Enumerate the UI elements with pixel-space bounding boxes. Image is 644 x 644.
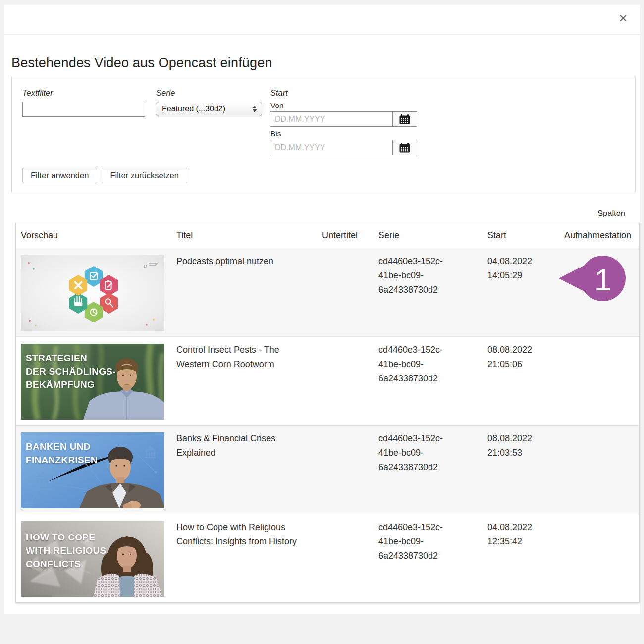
cell-untertitel [322, 426, 378, 514]
cell-aufnahmestation [549, 426, 639, 514]
pest-control-thumbnail[interactable]: STRATEGIEN DER SCHÄDLINGS- BEKÄMPFUNG [21, 344, 164, 420]
cell-start: 04.08.2022 12:35:42 [487, 514, 549, 602]
von-label: Von [270, 101, 284, 110]
reset-filter-button[interactable]: Filter zurücksetzen [102, 168, 187, 183]
cell-untertitel [322, 337, 378, 425]
cell-start: 08.08.2022 21:05:06 [487, 337, 549, 425]
header-vorschau: Vorschau [16, 230, 176, 241]
cell-titel: How to Cope with Religious Conflicts: In… [176, 514, 322, 602]
textfilter-label: Textfilter [22, 88, 53, 98]
date-from-input[interactable] [270, 112, 392, 126]
cell-titel: Banks & Financial Crises Explained [176, 426, 322, 514]
podcast-hexagons-thumbnail[interactable]: u [21, 255, 164, 331]
cell-aufnahmestation [549, 337, 639, 425]
thumbnail-caption: STRATEGIEN DER SCHÄDLINGS- BEKÄMPFUNG [26, 352, 116, 392]
header-untertitel: Untertitel [322, 230, 378, 241]
date-to-group [270, 140, 417, 155]
cell-untertitel [322, 248, 378, 336]
annotation-step-number: 1 [594, 263, 611, 297]
cell-serie: cd4460e3-152c-41be-bc09-6a24338730d2 [378, 514, 487, 602]
cell-serie: cd4460e3-152c-41be-bc09-6a24338730d2 [378, 337, 487, 425]
table-row[interactable]: HOW TO COPE WITH RELIGIOUS CONFLICTS How… [16, 514, 639, 602]
cell-serie: cd4460e3-152c-41be-bc09-6a24338730d2 [378, 426, 487, 514]
date-to-input[interactable] [270, 140, 392, 155]
cell-aufnahmestation [549, 514, 639, 602]
bis-label: Bis [270, 129, 281, 138]
cell-vorschau: u [16, 248, 176, 336]
page-title: Bestehendes Video aus Opencast einfügen [11, 55, 272, 71]
cell-vorschau: HOW TO COPE WITH RELIGIOUS CONFLICTS [16, 514, 176, 602]
header-aufnahmestation: Aufnahmestation [549, 230, 639, 241]
header-start: Start [487, 230, 549, 241]
table-header-row: Vorschau Titel Untertitel Serie Start Au… [16, 223, 639, 248]
serie-select-value: Featured (...30d2) [162, 105, 253, 113]
calendar-icon[interactable] [392, 112, 417, 126]
religious-conflicts-thumbnail[interactable]: HOW TO COPE WITH RELIGIOUS CONFLICTS [21, 521, 164, 597]
table-row[interactable]: u [16, 248, 639, 336]
columns-selector[interactable]: Spalten [597, 209, 625, 218]
table-row[interactable]: BANKEN UND FINANZKRISEN Banks & Financia… [16, 425, 639, 514]
opencast-insert-dialog-page: ✕ Bestehendes Video aus Opencast einfüge… [0, 0, 644, 644]
start-label: Start [270, 88, 288, 98]
serie-label: Serie [156, 88, 175, 98]
modal-header: ✕ [4, 5, 640, 35]
cell-serie: cd4460e3-152c-41be-bc09-6a24338730d2 [378, 248, 487, 336]
cell-vorschau: BANKEN UND FINANZKRISEN [16, 426, 176, 514]
close-icon[interactable]: ✕ [615, 10, 631, 26]
apply-filter-button[interactable]: Filter anwenden [22, 168, 97, 183]
cell-start: 04.08.2022 14:05:29 [487, 248, 549, 336]
cell-start: 08.08.2022 21:03:53 [487, 426, 549, 514]
table-row[interactable]: STRATEGIEN DER SCHÄDLINGS- BEKÄMPFUNG Co… [16, 336, 639, 425]
opencast-modal: ✕ Bestehendes Video aus Opencast einfüge… [4, 5, 640, 614]
serie-select[interactable]: Featured (...30d2) [156, 102, 262, 116]
cell-vorschau: STRATEGIEN DER SCHÄDLINGS- BEKÄMPFUNG [16, 337, 176, 425]
annotation-step-marker: 1 [558, 253, 627, 304]
thumbnail-caption: HOW TO COPE WITH RELIGIOUS CONFLICTS [26, 531, 107, 571]
select-arrows-icon [253, 106, 257, 112]
cell-titel: Control Insect Pests - The Western Corn … [176, 337, 322, 425]
video-table: Vorschau Titel Untertitel Serie Start Au… [15, 223, 640, 603]
header-titel: Titel [176, 230, 322, 241]
date-from-group [270, 111, 417, 127]
header-divider [4, 34, 640, 35]
svg-text:u: u [144, 262, 147, 269]
cell-untertitel [322, 514, 378, 602]
textfilter-input[interactable] [22, 102, 145, 117]
banking-crises-thumbnail[interactable]: BANKEN UND FINANZKRISEN [21, 432, 164, 508]
calendar-icon[interactable] [392, 140, 417, 155]
header-serie: Serie [378, 230, 487, 241]
filter-panel: Textfilter Serie Featured (...30d2) Star… [11, 77, 636, 192]
thumbnail-caption: BANKEN UND FINANZKRISEN [26, 440, 98, 467]
cell-titel: Podcasts optimal nutzen [176, 248, 322, 336]
